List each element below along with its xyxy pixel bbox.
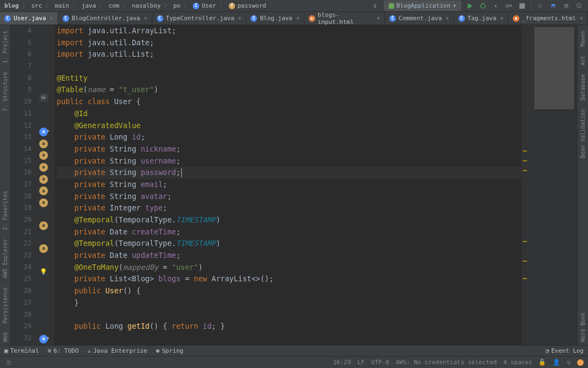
line-number[interactable]: 9: [11, 84, 32, 96]
breadcrumb-item[interactable]: po: [173, 2, 180, 9]
line-number[interactable]: 24: [11, 262, 32, 274]
tool-window-button[interactable]: Ant: [580, 52, 586, 69]
line-number[interactable]: 7: [11, 61, 32, 73]
line-number[interactable]: 13: [11, 131, 32, 143]
breadcrumb-item[interactable]: src: [32, 2, 42, 9]
tool-window-button[interactable]: Maven: [580, 27, 586, 50]
editor-tab[interactable]: CTypeController.java×: [152, 12, 247, 25]
code-line[interactable]: @Temporal(TemporalType.TIMESTAMP): [57, 214, 522, 226]
code-line[interactable]: [57, 61, 522, 73]
breadcrumb-field[interactable]: password: [237, 2, 266, 9]
run-icon[interactable]: [465, 2, 474, 10]
code-line[interactable]: private Long id;: [57, 131, 522, 143]
code-line[interactable]: @GeneratedValue: [57, 120, 522, 132]
tool-window-button[interactable]: AWS Explorer: [2, 236, 8, 281]
code-line[interactable]: private Date updateTime;: [57, 250, 522, 262]
breadcrumb-item[interactable]: java: [82, 2, 96, 9]
code-minimap[interactable]: [528, 25, 577, 345]
run-with-coverage-icon[interactable]: ▸: [492, 2, 500, 10]
database-icon[interactable]: ⛁: [39, 93, 48, 102]
code-line[interactable]: private Date createTime;: [57, 226, 522, 238]
back-arrow-icon[interactable]: [371, 2, 379, 10]
ide-settings-icon[interactable]: [577, 359, 584, 366]
line-number[interactable]: 26: [11, 285, 32, 297]
breadcrumb-item[interactable]: com: [108, 2, 119, 9]
accessor-icon[interactable]: a: [39, 198, 48, 207]
code-line[interactable]: @Id: [57, 108, 522, 120]
fold-gutter[interactable]: [50, 25, 54, 345]
line-number[interactable]: 33: [11, 345, 32, 357]
breadcrumb-item[interactable]: nasalboy: [132, 2, 161, 9]
code-line[interactable]: @Table(name = "t_user"): [57, 84, 522, 96]
update-project-icon[interactable]: ⬒: [549, 2, 558, 10]
line-number[interactable]: 11: [11, 108, 32, 120]
code-line[interactable]: private String username;: [57, 155, 522, 167]
code-line[interactable]: @Temporal(TemporalType.TIMESTAMP): [57, 238, 522, 250]
editor-tab[interactable]: ◆_fragments.html×: [509, 12, 588, 25]
code-line[interactable]: import java.util.Date;: [57, 37, 522, 49]
line-number[interactable]: 22: [11, 238, 32, 250]
caret-position[interactable]: 16:29: [333, 359, 351, 366]
line-number[interactable]: 18: [11, 191, 32, 203]
close-icon[interactable]: ×: [580, 15, 583, 21]
tool-window-button[interactable]: Database: [580, 71, 586, 104]
code-line[interactable]: public User() {: [57, 285, 522, 297]
code-line[interactable]: import java.util.List;: [57, 49, 522, 61]
line-number[interactable]: 6: [11, 49, 32, 61]
vcs-icon[interactable]: ⎌: [536, 2, 544, 10]
code-line[interactable]: public void setId(Long id) { this.id = i…: [57, 345, 522, 345]
editor-tab[interactable]: CUser.java×: [0, 12, 58, 25]
code-line[interactable]: private String email;: [57, 179, 522, 191]
tool-window-button[interactable]: 7: Structure: [2, 69, 8, 114]
navigate-icon[interactable]: a▸: [39, 128, 48, 136]
breadcrumb-class[interactable]: User: [201, 2, 216, 9]
stop-icon[interactable]: [518, 2, 526, 10]
code-line[interactable]: [57, 333, 522, 345]
close-icon[interactable]: ×: [144, 15, 147, 21]
bottom-tool-button[interactable]: ≡6: TODO: [48, 347, 79, 354]
accessor-icon[interactable]: a: [39, 163, 48, 172]
file-encoding[interactable]: UTF-8: [371, 359, 389, 366]
editor-tab[interactable]: CBlog.java×: [246, 12, 304, 25]
bottom-tool-button[interactable]: ☕Java Enterprise: [88, 347, 148, 354]
accessor-icon[interactable]: a: [39, 151, 48, 160]
accessor-icon[interactable]: a: [39, 175, 48, 184]
memory-indicator-icon[interactable]: ↻: [567, 359, 571, 366]
accessor-icon[interactable]: a: [39, 221, 48, 230]
line-number[interactable]: 32: [11, 333, 32, 345]
line-number[interactable]: 19: [11, 202, 32, 214]
line-number[interactable]: 4: [11, 25, 32, 37]
tool-window-button[interactable]: Word Book: [580, 309, 586, 345]
editor-tab[interactable]: CTag.java×: [454, 12, 509, 25]
editor-tab[interactable]: CComment.java×: [385, 12, 454, 25]
code-line[interactable]: @OneToMany(mappedBy = "user"): [57, 262, 522, 274]
code-editor[interactable]: import java.util.ArrayList;import java.u…: [54, 25, 522, 345]
line-number[interactable]: 23: [11, 250, 32, 262]
breadcrumb-item[interactable]: blog: [4, 2, 19, 9]
aws-status[interactable]: AWS: No credentials selected: [396, 359, 497, 366]
line-number[interactable]: 15: [11, 155, 32, 167]
line-number[interactable]: 28: [11, 309, 32, 321]
event-log-button[interactable]: ◔ Event Log: [546, 347, 584, 354]
line-number[interactable]: 14: [11, 143, 32, 155]
search-everywhere-icon[interactable]: [575, 2, 584, 10]
close-icon[interactable]: ×: [296, 15, 299, 21]
accessor-icon[interactable]: a: [39, 140, 48, 148]
intention-bulb-icon[interactable]: 💡: [39, 267, 48, 276]
close-icon[interactable]: ×: [377, 15, 380, 21]
code-line[interactable]: private Integer type;: [57, 202, 522, 214]
editor-tab[interactable]: ◆blogs-input.html×: [304, 12, 385, 25]
debug-icon[interactable]: [479, 2, 487, 10]
line-number[interactable]: 17: [11, 179, 32, 191]
accessor-icon[interactable]: a: [39, 244, 48, 253]
editor-tab[interactable]: CBlogController.java×: [58, 12, 152, 25]
line-number[interactable]: 21: [11, 226, 32, 238]
code-line[interactable]: private String password;: [57, 167, 522, 179]
project-structure-icon[interactable]: ▤: [562, 2, 571, 10]
close-icon[interactable]: ×: [238, 15, 241, 21]
error-stripe[interactable]: [522, 25, 528, 345]
line-number[interactable]: 10: [11, 96, 32, 108]
line-number[interactable]: 8: [11, 73, 32, 85]
accessor-icon[interactable]: a: [39, 186, 48, 195]
bottom-tool-button[interactable]: ✽Spring: [156, 347, 183, 354]
